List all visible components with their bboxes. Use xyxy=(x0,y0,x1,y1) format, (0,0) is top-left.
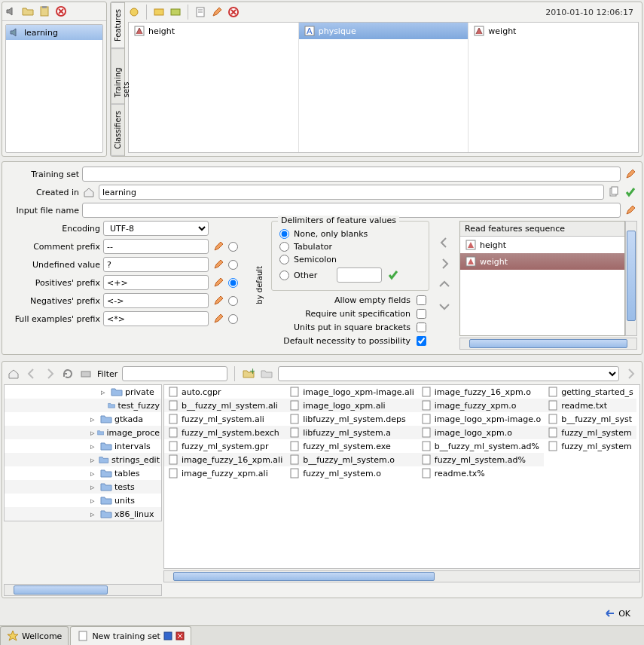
file-item[interactable]: image_fuzzy_16_xpm.o xyxy=(417,385,544,399)
expander-icon[interactable]: ▹ xyxy=(90,442,98,451)
file-item[interactable]: fuzzy_ml_system.bexch xyxy=(164,426,285,439)
fb-tree-row[interactable]: ▹tables xyxy=(5,466,161,480)
file-item[interactable]: getting_started_s xyxy=(544,385,636,399)
tree-item-learning[interactable]: learning xyxy=(6,25,102,40)
delim-other-input[interactable] xyxy=(337,267,382,283)
delim-none-radio[interactable] xyxy=(279,229,289,239)
vtab-training-sets[interactable]: Training sets xyxy=(111,48,124,104)
file-item[interactable]: image_logo_xpm.ali xyxy=(285,399,417,412)
tool1-icon[interactable] xyxy=(127,5,141,19)
expander-icon[interactable]: ▹ xyxy=(90,509,98,519)
move-left-icon[interactable] xyxy=(438,236,451,249)
fb-go-icon[interactable] xyxy=(624,367,637,381)
ok-button[interactable]: OK xyxy=(597,606,636,621)
file-item[interactable]: image_fuzzy_xpm.o xyxy=(417,399,544,412)
folder-open-icon[interactable] xyxy=(21,5,35,18)
file-item[interactable]: auto.cgpr xyxy=(164,385,285,399)
fb-tree-row[interactable]: ▹gtkada xyxy=(5,412,161,426)
read-seq-hscroll[interactable] xyxy=(459,338,637,350)
expander-icon[interactable]: ▹ xyxy=(90,496,98,506)
file-item[interactable]: b__fuzzy_ml_system.o xyxy=(285,453,417,466)
expander-icon[interactable]: ▹ xyxy=(90,414,98,424)
file-item[interactable]: libfuzzy_ml_system.a xyxy=(285,426,417,439)
move-right-icon[interactable] xyxy=(438,257,451,271)
fb-tree-hscroll[interactable] xyxy=(4,584,162,596)
comment-prefix-default-radio[interactable] xyxy=(228,242,238,252)
fb-path-select[interactable] xyxy=(278,366,619,381)
fb-tree-row[interactable]: ▹x86_linux xyxy=(5,507,161,521)
positives-prefix-input[interactable] xyxy=(103,275,209,290)
file-item[interactable]: b__fuzzy_ml_system.ad% xyxy=(417,439,544,453)
created-in-input[interactable] xyxy=(99,185,604,200)
fb-tree-row[interactable]: ▹private xyxy=(5,385,161,399)
file-item[interactable]: fuzzy_ml_system.ad% xyxy=(417,453,544,466)
fb-tree-row[interactable]: ▹units xyxy=(5,494,161,507)
edit-icon[interactable] xyxy=(194,5,207,19)
paste-icon[interactable] xyxy=(38,5,51,18)
edit-full-examples-icon[interactable] xyxy=(212,312,225,326)
fb-refresh-icon[interactable] xyxy=(61,367,75,381)
comment-prefix-input[interactable] xyxy=(103,239,209,254)
expander-icon[interactable]: ▹ xyxy=(101,387,108,397)
edit-negatives-icon[interactable] xyxy=(212,294,225,307)
file-item[interactable]: image_logo_xpm.o xyxy=(417,426,544,439)
tab-close-icon[interactable] xyxy=(175,631,185,640)
tool2-icon[interactable] xyxy=(152,5,166,19)
expander-icon[interactable]: ▹ xyxy=(90,455,96,465)
file-item[interactable]: fuzzy_ml_system.exe xyxy=(285,439,417,453)
fb-tree-row[interactable]: test_fuzzy xyxy=(5,399,161,412)
fb-tree-row[interactable]: ▹image_proce xyxy=(5,426,161,439)
fb-tree-row[interactable]: ▹tests xyxy=(5,480,161,494)
edit-input-file-icon[interactable] xyxy=(624,203,637,217)
file-item[interactable]: readme.txt xyxy=(544,399,636,412)
encoding-select[interactable]: UTF-8 xyxy=(103,221,209,236)
fb-drive-icon[interactable] xyxy=(79,367,93,381)
file-item[interactable]: b__fuzzy_ml_system.ali xyxy=(164,399,285,412)
file-item[interactable]: fuzzy_ml_system.ali xyxy=(164,412,285,426)
negatives-prefix-input[interactable] xyxy=(103,293,209,308)
file-item[interactable]: image_fuzzy_16_xpm.ali xyxy=(164,453,285,466)
file-item[interactable]: fuzzy_ml_system xyxy=(544,426,636,439)
fb-files[interactable]: auto.cgprb__fuzzy_ml_system.alifuzzy_ml_… xyxy=(163,384,640,569)
move-down-icon[interactable] xyxy=(438,299,451,313)
copy-icon[interactable] xyxy=(607,185,621,199)
vtab-classifiers[interactable]: Classifiers xyxy=(111,104,124,156)
expander-icon[interactable]: ▹ xyxy=(90,428,95,438)
expander-icon[interactable]: ▹ xyxy=(90,482,98,492)
feature-physique[interactable]: Aphysique xyxy=(299,23,469,39)
close-icon[interactable] xyxy=(54,5,68,18)
fb-tree[interactable]: ▹privatetest_fuzzy▹gtkada▹image_proce▹in… xyxy=(4,384,162,521)
fb-files-hscroll[interactable] xyxy=(163,570,640,582)
default-necessity-check[interactable] xyxy=(417,336,426,346)
fb-tree-row[interactable]: ▹strings_edit xyxy=(5,453,161,466)
require-unit-check[interactable] xyxy=(417,309,426,319)
delim-other-radio[interactable] xyxy=(279,271,289,280)
delim-tab-radio[interactable] xyxy=(279,242,289,252)
delim-other-check-icon[interactable] xyxy=(386,268,400,282)
file-item[interactable]: image_fuzzy_xpm.ali xyxy=(164,466,285,480)
vtab-features[interactable]: Features xyxy=(111,2,124,48)
read-seq-item-weight[interactable]: weight xyxy=(460,253,624,270)
file-item[interactable]: readme.tx% xyxy=(417,466,544,480)
read-seq-vscroll[interactable] xyxy=(625,221,637,336)
check-icon[interactable] xyxy=(624,185,637,199)
feature-weight[interactable]: weight xyxy=(469,23,638,39)
full-examples-input[interactable] xyxy=(103,311,209,326)
edit-training-set-icon[interactable] xyxy=(624,167,637,181)
file-item[interactable]: fuzzy_ml_system.o xyxy=(285,466,417,480)
pencil-icon[interactable] xyxy=(210,5,224,19)
home-icon[interactable] xyxy=(82,185,96,199)
fb-forward-icon[interactable] xyxy=(43,367,56,381)
training-set-input[interactable] xyxy=(82,167,621,182)
positives-default-radio[interactable] xyxy=(228,278,238,288)
file-item[interactable]: image_logo_xpm-image.o xyxy=(417,412,544,426)
fb-folder-icon[interactable] xyxy=(260,367,273,381)
negatives-default-radio[interactable] xyxy=(228,296,238,306)
file-item[interactable]: fuzzy_ml_system.gpr xyxy=(164,439,285,453)
fb-tree-row[interactable]: ▹intervals xyxy=(5,439,161,453)
undefined-value-input[interactable] xyxy=(103,257,209,272)
delim-semi-radio[interactable] xyxy=(279,255,289,264)
full-examples-default-radio[interactable] xyxy=(228,314,238,324)
expander-icon[interactable]: ▹ xyxy=(90,469,98,478)
file-item[interactable]: fuzzy_ml_system xyxy=(544,439,636,453)
